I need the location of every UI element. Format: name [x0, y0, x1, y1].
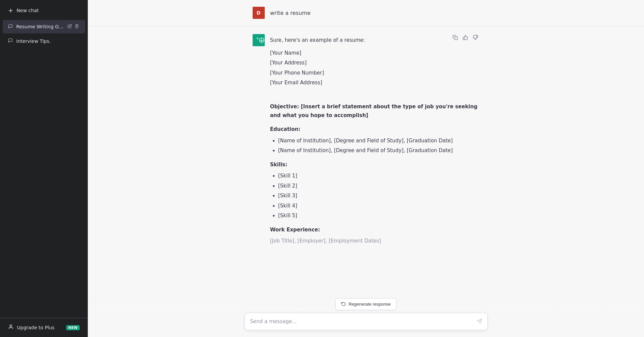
- upgrade-label: Upgrade to Plus: [17, 325, 54, 330]
- sidebar-item-label: Interview Tips.: [16, 38, 80, 44]
- resume-field-email: [Your Email Address]: [270, 79, 480, 87]
- svg-rect-1: [455, 37, 458, 40]
- sidebar-item-resume-writing[interactable]: Resume Writing Guide.: [3, 20, 85, 33]
- sidebar: + New chat Resume Writing Guide.: [0, 0, 88, 337]
- skills-list: [Skill 1] [Skill 2] [Skill 3] [Skill 4] …: [270, 172, 480, 220]
- resume-field-name: [Your Name]: [270, 49, 480, 58]
- objective-text: [Insert a brief statement about the type…: [270, 104, 478, 118]
- message-input[interactable]: [244, 313, 488, 330]
- education-item-1: [Name of Institution], [Degree and Field…: [278, 137, 480, 145]
- sidebar-bottom: Upgrade to Plus NEW: [0, 318, 88, 337]
- education-label: Education:: [270, 125, 480, 134]
- main-content: D write a resume Sure, here's an example…: [88, 0, 644, 337]
- resume-field-address: [Your Address]: [270, 59, 480, 67]
- new-chat-button[interactable]: + New chat: [3, 3, 85, 18]
- plus-icon: +: [8, 7, 13, 14]
- chat-icon: [8, 38, 13, 44]
- ai-message-text: Sure, here's an example of a resume: [Yo…: [270, 36, 480, 246]
- skill-item-4: [Skill 4]: [278, 202, 480, 210]
- skill-item-1: [Skill 1]: [278, 172, 480, 180]
- upgrade-button[interactable]: Upgrade to Plus NEW: [3, 321, 85, 334]
- skills-label: Skills:: [270, 161, 480, 169]
- ai-intro: Sure, here's an example of a resume:: [270, 36, 480, 45]
- message-actions: [451, 34, 480, 42]
- regenerate-label: Regenerate response: [349, 302, 391, 307]
- skill-item-5: [Skill 5]: [278, 212, 480, 220]
- objective-label: Objective: [Insert a brief statement abo…: [270, 103, 480, 120]
- delete-button[interactable]: [74, 23, 80, 30]
- copy-button[interactable]: [451, 34, 459, 42]
- rename-button[interactable]: [67, 23, 73, 30]
- regenerate-icon: [341, 301, 346, 307]
- ai-avatar: [253, 34, 265, 46]
- regenerate-button[interactable]: Regenerate response: [335, 298, 396, 310]
- sidebar-item-interview-tips[interactable]: Interview Tips.: [3, 35, 85, 47]
- work-label: Work Experience:: [270, 226, 480, 234]
- user-icon: [8, 324, 14, 331]
- bottom-area: Regenerate response: [88, 294, 644, 337]
- work-partial: [Job Title], [Employer], [Employment Dat…: [270, 237, 480, 246]
- user-avatar: D: [253, 7, 265, 19]
- new-badge: NEW: [66, 325, 80, 330]
- new-chat-label: New chat: [17, 8, 39, 13]
- sidebar-item-label: Resume Writing Guide.: [16, 24, 63, 29]
- input-area: [244, 313, 488, 332]
- user-message-text: write a resume: [270, 7, 311, 18]
- skill-item-3: [Skill 3]: [278, 192, 480, 200]
- thumbs-up-button[interactable]: [461, 34, 469, 42]
- skill-item-2: [Skill 2]: [278, 182, 480, 191]
- svg-point-0: [10, 325, 11, 327]
- education-list: [Name of Institution], [Degree and Field…: [270, 137, 480, 155]
- education-item-2: [Name of Institution], [Degree and Field…: [278, 146, 480, 155]
- resume-fields: [Your Name] [Your Address] [Your Phone N…: [270, 49, 480, 87]
- ai-message-area: Sure, here's an example of a resume: [Yo…: [88, 26, 644, 337]
- send-button[interactable]: [475, 317, 484, 327]
- resume-field-phone: [Your Phone Number]: [270, 69, 480, 78]
- ai-content: Sure, here's an example of a resume: [Yo…: [270, 34, 480, 247]
- chat-icon: [8, 24, 13, 30]
- thumbs-down-button[interactable]: [471, 34, 480, 42]
- user-message-area: D write a resume: [88, 0, 644, 26]
